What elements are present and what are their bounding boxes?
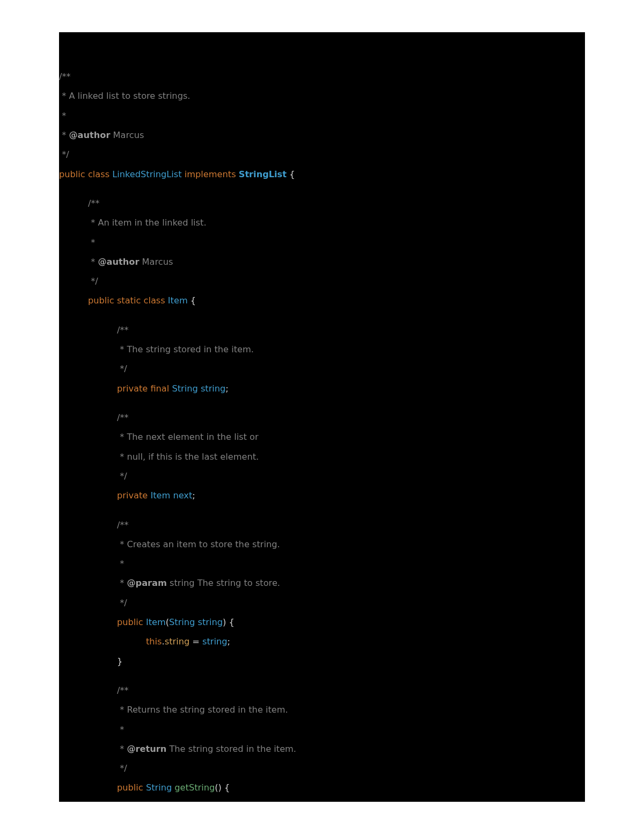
javadoc-tag: @author — [98, 257, 139, 267]
code-text: string The string to store. — [167, 578, 280, 588]
code-text: * — [117, 559, 124, 569]
code-text: */ — [117, 763, 127, 773]
semicolon: ; — [192, 490, 195, 501]
keyword: class — [143, 295, 165, 306]
type-name: String — [172, 383, 197, 394]
type-name: Item — [168, 295, 188, 306]
code-text: * An item in the linked list. — [88, 217, 207, 228]
code-block: /** * A linked list to store strings. * … — [59, 32, 585, 802]
code-text: * The next element in the list or — [117, 432, 259, 442]
code-text: * — [117, 724, 124, 735]
code-text: /** — [88, 198, 100, 208]
code-text: /** — [117, 520, 129, 530]
code-text: * Returns the string stored in the item. — [117, 705, 288, 715]
assign: = — [189, 636, 202, 647]
keyword: public — [117, 617, 143, 627]
keyword: private — [117, 490, 148, 501]
code-text: * — [117, 744, 127, 754]
type-name: LinkedStringList — [112, 169, 181, 179]
variable: next — [173, 490, 192, 501]
type-name: String — [169, 617, 195, 627]
type-name: String — [146, 782, 172, 793]
code-text: * — [117, 578, 127, 588]
keyword: public — [59, 169, 85, 179]
code-text: */ — [88, 276, 98, 286]
code-text: The string stored in the item. — [166, 744, 296, 754]
method-name: getString — [174, 782, 215, 793]
code-text: * — [88, 257, 98, 267]
code-text: * The string stored in the item. — [117, 344, 254, 354]
code-text: * — [59, 111, 66, 121]
code-text: /** — [117, 685, 129, 695]
javadoc-tag: @param — [127, 578, 166, 588]
code-text: */ — [117, 364, 127, 374]
type-name: Item — [150, 490, 170, 501]
code-text: */ — [117, 598, 127, 608]
constructor-name: Item — [146, 617, 166, 627]
keyword-this: this — [146, 636, 162, 647]
code-text: /** — [117, 412, 129, 423]
keyword: public — [88, 295, 114, 306]
code-text: */ — [59, 149, 69, 159]
variable: string — [202, 636, 227, 647]
semicolon: ; — [225, 383, 228, 394]
keyword: class — [88, 169, 109, 179]
semicolon: ; — [228, 636, 230, 647]
variable: string — [201, 383, 225, 394]
keyword: private — [117, 383, 148, 394]
code-text: * — [59, 130, 69, 140]
interface-name: StringList — [239, 169, 287, 179]
brace: { — [287, 169, 295, 179]
javadoc-tag: @return — [127, 744, 166, 754]
code-text: /** — [59, 71, 71, 82]
paren-brace: ) { — [223, 617, 235, 627]
paren-brace: () { — [215, 782, 230, 793]
param-name: string — [198, 617, 223, 627]
code-text: * — [88, 237, 95, 248]
code-text: * A linked list to store strings. — [59, 91, 191, 101]
brace: } — [117, 656, 122, 666]
keyword: static — [117, 295, 141, 306]
code-text: /** — [117, 325, 129, 335]
keyword: final — [150, 383, 169, 394]
keyword: public — [117, 782, 143, 793]
code-text: * null, if this is the last element. — [117, 452, 259, 462]
javadoc-tag: @author — [69, 130, 110, 140]
brace: { — [188, 295, 196, 306]
code-text: */ — [117, 471, 127, 481]
code-text: * Creates an item to store the string. — [117, 539, 280, 549]
document-page: /** * A linked list to store strings. * … — [0, 0, 644, 834]
keyword: implements — [185, 169, 236, 179]
field-name: string — [165, 636, 189, 647]
code-text: Marcus — [139, 257, 173, 267]
code-text: Marcus — [110, 130, 144, 140]
